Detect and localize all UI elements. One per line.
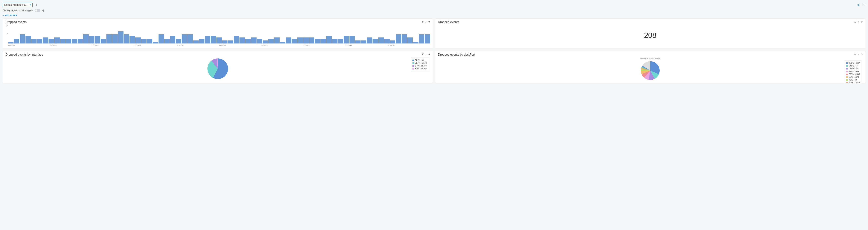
panel-gear-icon[interactable] xyxy=(860,53,863,56)
single-value: 208 xyxy=(438,25,863,45)
bar xyxy=(187,34,193,43)
bar xyxy=(338,39,343,43)
bar xyxy=(54,37,60,43)
add-filter-button[interactable]: + ADD FILTER xyxy=(3,14,17,17)
bar xyxy=(31,39,37,43)
bar xyxy=(309,37,314,43)
bar xyxy=(199,39,205,43)
legend-swatch xyxy=(412,60,414,61)
toolbar-left: Latest 5 minutes of d… xyxy=(3,3,37,7)
legend-label: 10.4% - 631 xyxy=(849,67,859,70)
svg-point-0 xyxy=(859,4,859,4)
legend-item: 31.7% - ether1 xyxy=(412,62,427,64)
time-range-select[interactable]: Latest 5 minutes of d… xyxy=(3,3,33,7)
bar xyxy=(60,39,66,43)
bar xyxy=(72,39,77,43)
panel-info-icon[interactable]: i xyxy=(425,21,426,24)
legend-swatch xyxy=(846,62,848,64)
bar xyxy=(303,37,309,43)
legend-item: 1.9% - lab100 xyxy=(412,67,427,70)
y-tick: 10 xyxy=(5,25,8,27)
x-tick: 17:06:00 xyxy=(261,44,303,46)
panel-gear-icon[interactable] xyxy=(860,21,863,24)
bar xyxy=(205,36,210,44)
panel-title: Dropped events by Interface xyxy=(5,53,43,56)
bar xyxy=(326,36,332,44)
panel-title: Dropped events by destPort xyxy=(438,53,475,56)
legend-label: 8.7% - lab150 xyxy=(415,64,427,67)
x-tick: 17:06:30 xyxy=(303,44,346,46)
bar xyxy=(216,37,222,43)
toolbar-right xyxy=(857,3,865,6)
legend-swatch xyxy=(846,82,848,83)
pie-row: 31.3% - 666710.9% - 6710.4% - 6318.9% - … xyxy=(438,60,863,81)
bar xyxy=(89,36,94,44)
bar xyxy=(26,36,31,44)
present-icon[interactable] xyxy=(862,3,865,6)
legend-swatch xyxy=(846,71,848,72)
bar xyxy=(43,37,48,43)
bar xyxy=(164,39,170,43)
panel-info-icon[interactable]: i xyxy=(858,53,859,56)
bar xyxy=(170,36,176,44)
bar xyxy=(291,39,297,43)
bar xyxy=(413,42,418,43)
legend-item: 3.1% - 80 xyxy=(846,78,860,81)
dashboard-grid: Dropped events i 10 5 17:03:0017:03:3017… xyxy=(3,19,865,84)
x-tick: 17:03:30 xyxy=(50,44,92,46)
panel-header: Dropped events i xyxy=(5,21,430,24)
panel-gear-icon[interactable] xyxy=(428,21,430,24)
bar xyxy=(332,39,338,43)
bar xyxy=(118,31,123,43)
panel-title: Dropped events xyxy=(438,21,459,24)
help-icon[interactable] xyxy=(42,9,44,12)
pie-chart xyxy=(641,61,660,80)
legend-label: 8.9% - 1900 xyxy=(849,70,859,73)
legend-item: 2.1% - 12372 xyxy=(846,81,860,83)
bar xyxy=(8,42,13,43)
legend-label: 7.3% - 32400 xyxy=(849,73,860,76)
svg-point-2 xyxy=(859,5,859,6)
legend-swatch xyxy=(846,79,848,81)
legend-toggle[interactable] xyxy=(35,9,40,12)
bar xyxy=(361,40,366,43)
panel-header: Dropped events by Interface i xyxy=(5,53,430,56)
panel-info-icon[interactable]: i xyxy=(858,21,859,24)
legend-item: 10.9% - 67 xyxy=(846,64,860,67)
legend-swatch xyxy=(846,74,848,75)
share-icon[interactable] xyxy=(857,4,860,6)
panel-chart-icon[interactable] xyxy=(422,21,424,24)
x-tick: 17:05:00 xyxy=(177,44,219,46)
y-tick: 5 xyxy=(5,33,8,34)
x-tick: 17:05:30 xyxy=(219,44,261,46)
bar xyxy=(349,36,355,44)
bar xyxy=(263,40,268,43)
panel-dropped-by-interface: Dropped events by Interface i 57.7% - io… xyxy=(3,51,433,84)
panel-chart-icon[interactable] xyxy=(854,53,857,56)
panel-chart-icon[interactable] xyxy=(422,53,424,56)
bar xyxy=(211,36,216,44)
legend-swatch xyxy=(412,65,414,67)
panel-dropped-by-destport: Dropped events by destPort i Limited to … xyxy=(435,51,865,84)
bar xyxy=(135,37,141,43)
pie-row: 57.7% - iot31.7% - ether18.7% - lab1501.… xyxy=(5,58,430,80)
bar xyxy=(274,37,280,43)
panel-dropped-events-count: Dropped events i 208 xyxy=(435,19,865,49)
legend-item: 10.4% - 631 xyxy=(846,67,860,70)
legend-item: 8.7% - lab150 xyxy=(412,64,427,67)
bar xyxy=(129,36,135,44)
bar xyxy=(251,37,256,43)
bar xyxy=(147,39,152,43)
panel-gear-icon[interactable] xyxy=(428,53,430,56)
bar xyxy=(20,34,25,43)
panel-header: Dropped events i xyxy=(438,21,863,24)
legend-item: 57.7% - iot xyxy=(412,59,427,62)
refresh-icon[interactable] xyxy=(34,4,37,6)
legend-label: 31.3% - 6667 xyxy=(849,62,860,64)
panel-info-icon[interactable]: i xyxy=(425,53,426,56)
panel-header: Dropped events by destPort i xyxy=(438,53,863,56)
bar xyxy=(384,39,390,43)
bar xyxy=(176,39,181,43)
bar xyxy=(355,40,361,43)
panel-chart-icon[interactable] xyxy=(854,21,857,24)
